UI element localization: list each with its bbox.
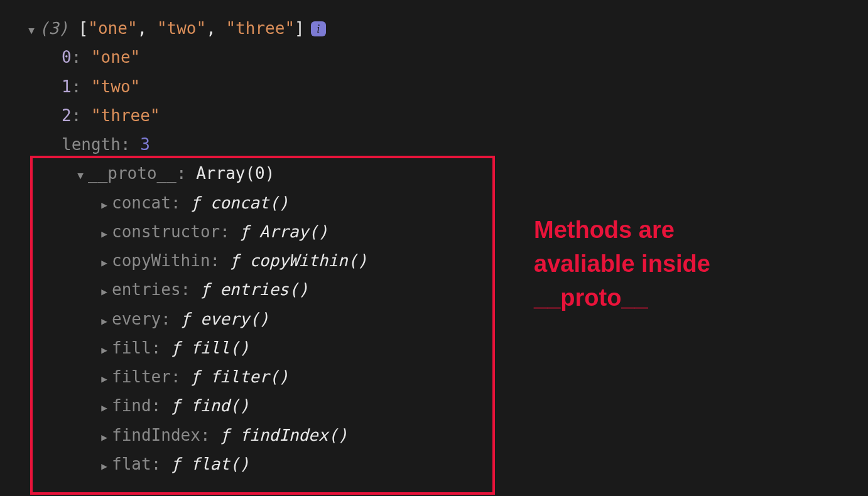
annotation-text: Methods are avaliable inside __proto__ <box>534 213 710 315</box>
method-fn: Array() <box>259 217 328 246</box>
expand-icon[interactable] <box>97 254 112 272</box>
length-value: 3 <box>140 130 150 159</box>
method-key: find <box>112 391 151 420</box>
method-fn: flat() <box>190 450 249 478</box>
array-index-key: 1 <box>62 72 72 101</box>
function-glyph: ƒ <box>190 362 210 391</box>
function-glyph: ƒ <box>220 421 239 450</box>
array-preview-item-0: "one" <box>88 14 137 43</box>
bracket-close: ] <box>295 14 305 43</box>
function-glyph: ƒ <box>171 450 190 478</box>
bracket-open: [ <box>79 14 89 43</box>
expand-icon[interactable] <box>97 313 112 330</box>
method-key: concat <box>112 188 171 217</box>
array-index-row-0[interactable]: 0 : "one" <box>24 43 868 72</box>
expand-icon[interactable] <box>97 458 112 475</box>
proto-method-row[interactable]: copyWithin: ƒ copyWithin() <box>24 246 868 275</box>
proto-method-row[interactable]: concat: ƒ concat() <box>24 188 868 217</box>
proto-method-row[interactable]: fill: ƒ fill() <box>24 333 868 362</box>
method-key: every <box>112 305 161 333</box>
method-key: copyWithin <box>112 246 210 275</box>
method-fn: copyWithin() <box>249 246 367 275</box>
proto-row[interactable]: __proto__ : Array(0) <box>24 159 868 188</box>
function-glyph: ƒ <box>181 305 200 333</box>
method-key: entries <box>112 275 181 304</box>
method-fn: concat() <box>210 188 289 217</box>
proto-method-row[interactable]: constructor: ƒ Array() <box>24 217 868 246</box>
proto-method-row[interactable]: filter: ƒ filter() <box>24 362 868 391</box>
proto-method-row[interactable]: findIndex: ƒ findIndex() <box>24 421 868 450</box>
length-key: length <box>62 130 121 159</box>
array-length-row[interactable]: length : 3 <box>24 130 868 159</box>
function-glyph: ƒ <box>171 391 190 420</box>
array-index-value: "three" <box>91 101 160 130</box>
method-fn: find() <box>190 391 249 420</box>
array-index-value: "one" <box>91 43 140 72</box>
proto-method-row[interactable]: every: ƒ every() <box>24 305 868 333</box>
function-glyph: ƒ <box>200 275 220 304</box>
array-index-key: 2 <box>62 101 72 130</box>
array-index-row-2[interactable]: 2 : "three" <box>24 101 868 130</box>
array-preview-item-1: "two" <box>157 14 206 43</box>
method-fn: fill() <box>190 333 249 362</box>
expand-icon[interactable] <box>24 22 39 40</box>
expand-icon[interactable] <box>97 197 112 214</box>
method-fn: every() <box>200 305 269 333</box>
info-icon[interactable]: i <box>311 21 326 36</box>
expand-icon[interactable] <box>73 167 88 185</box>
method-key: fill <box>112 333 151 362</box>
method-fn: entries() <box>220 275 308 304</box>
array-index-value: "two" <box>91 72 140 101</box>
expand-icon[interactable] <box>97 225 112 243</box>
method-fn: findIndex() <box>240 421 348 450</box>
expand-icon[interactable] <box>97 429 112 446</box>
proto-method-row[interactable]: flat: ƒ flat() <box>24 450 868 478</box>
expand-icon[interactable] <box>97 370 112 388</box>
method-fn: filter() <box>210 362 289 391</box>
method-key: flat <box>112 450 151 478</box>
method-key: constructor <box>112 217 220 246</box>
method-key: filter <box>112 362 171 391</box>
proto-method-row[interactable]: entries: ƒ entries() <box>24 275 868 304</box>
proto-key: __proto__ <box>88 159 176 188</box>
method-key: findIndex <box>112 421 200 450</box>
function-glyph: ƒ <box>230 246 249 275</box>
array-preview-item-2: "three" <box>225 14 295 43</box>
function-glyph: ƒ <box>171 333 190 362</box>
expand-icon[interactable] <box>97 399 112 417</box>
expand-icon[interactable] <box>97 283 112 301</box>
array-index-row-1[interactable]: 1 : "two" <box>24 72 868 101</box>
expand-icon[interactable] <box>97 342 112 359</box>
proto-value: Array(0) <box>196 159 274 188</box>
function-glyph: ƒ <box>240 217 259 246</box>
array-summary-row[interactable]: (3) [ "one" , "two" , "three" ] i <box>24 14 868 43</box>
function-glyph: ƒ <box>190 188 210 217</box>
array-length-summary: (3) <box>39 14 68 43</box>
proto-method-row[interactable]: find: ƒ find() <box>24 391 868 420</box>
array-index-key: 0 <box>62 43 72 72</box>
